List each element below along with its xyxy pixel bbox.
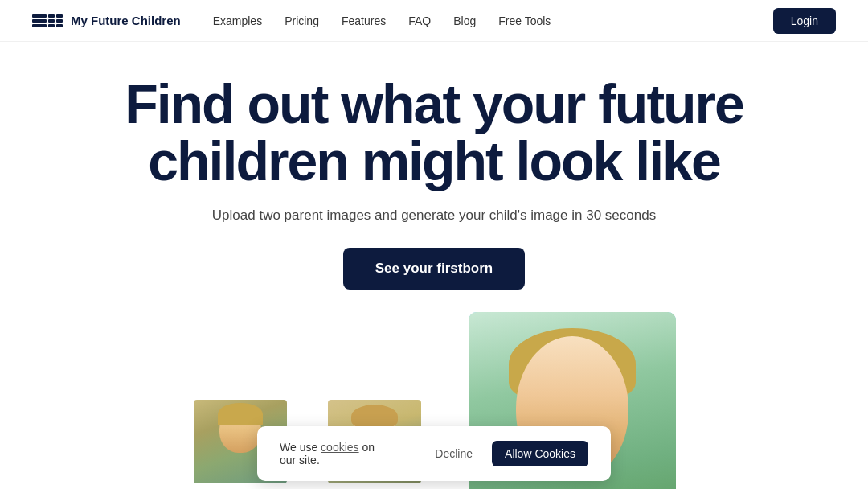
cta-button[interactable]: See your firstborn [343, 248, 525, 290]
nav-pricing[interactable]: Pricing [285, 14, 319, 27]
nav-blog[interactable]: Blog [453, 14, 476, 27]
hero-subtitle: Upload two parent images and generate yo… [212, 205, 656, 226]
decline-button[interactable]: Decline [424, 441, 484, 466]
nav-links: Examples Pricing Features FAQ Blog Free … [213, 14, 773, 27]
nav-free-tools[interactable]: Free Tools [498, 14, 551, 27]
hero-section: Find out what your future children might… [0, 42, 868, 489]
cookie-buttons: Decline Allow Cookies [424, 441, 588, 466]
nav-faq[interactable]: FAQ [408, 14, 431, 27]
logo-link[interactable]: My Future Children [32, 14, 181, 27]
logo-icon [32, 14, 63, 27]
nav-examples[interactable]: Examples [213, 14, 262, 27]
hero-title: Find out what your future children might… [125, 76, 743, 191]
cookie-banner: We use cookies on our site. Decline Allo… [257, 426, 611, 481]
login-button[interactable]: Login [773, 8, 836, 34]
cookie-text: We use cookies on our site. [280, 441, 391, 466]
navbar: My Future Children Examples Pricing Feat… [0, 0, 868, 42]
cookie-link[interactable]: cookies [321, 441, 358, 454]
allow-cookies-button[interactable]: Allow Cookies [492, 441, 588, 466]
nav-features[interactable]: Features [342, 14, 386, 27]
logo-text: My Future Children [71, 14, 181, 27]
